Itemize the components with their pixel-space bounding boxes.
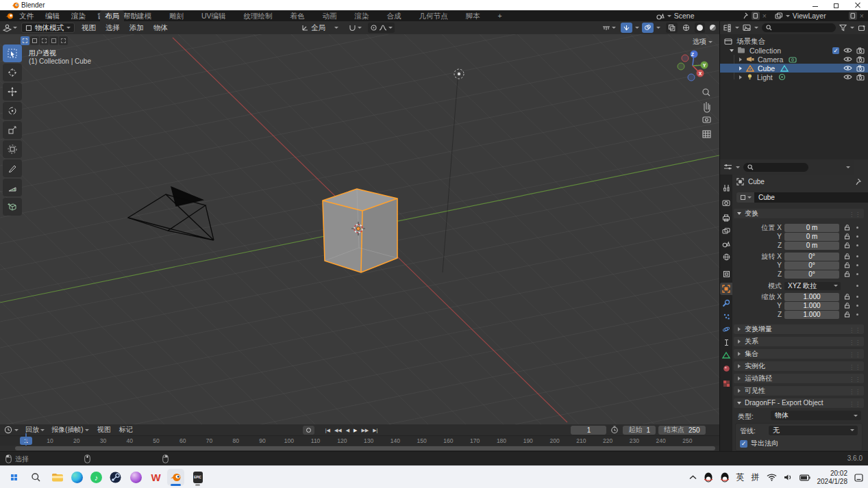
tab-particles[interactable] <box>720 310 732 322</box>
select-mode-intersect[interactable] <box>59 36 68 45</box>
menu-object[interactable]: 物体 <box>151 23 171 33</box>
light-expand-arrow[interactable] <box>739 75 742 79</box>
tab-view-layer[interactable] <box>720 224 732 237</box>
minimize-button[interactable] <box>812 2 819 9</box>
timeline-editor-type-button[interactable] <box>4 426 18 434</box>
select-mode-subtract[interactable] <box>40 36 49 45</box>
3d-viewport[interactable]: Z Y X 用户透视 (1) Collection | Cube 选项 <box>0 34 719 424</box>
outliner-row-light[interactable]: Light <box>720 73 868 81</box>
new-collection-icon[interactable] <box>858 24 866 32</box>
tab-object-data[interactable] <box>720 349 732 361</box>
section-visibility[interactable]: 可见性⋮⋮ <box>734 386 864 396</box>
tray-expand-chevron[interactable] <box>689 475 697 480</box>
lock-icon[interactable] <box>844 233 850 240</box>
field-value[interactable]: 0 m <box>784 242 839 250</box>
steam-icon[interactable] <box>107 469 124 486</box>
outliner-filter-image-icon[interactable] <box>743 24 751 31</box>
field-value[interactable]: 1.000 <box>784 293 839 301</box>
edge-browser-icon[interactable] <box>69 469 86 486</box>
hide-eye-icon[interactable] <box>843 74 852 80</box>
animate-dot[interactable] <box>856 244 858 246</box>
field-value[interactable]: 0° <box>784 261 839 270</box>
menu-marker[interactable]: 标记 <box>119 425 133 435</box>
workspace-tab-rendering[interactable]: 渲染 <box>350 10 374 21</box>
animate-dot[interactable] <box>856 313 858 316</box>
frame-start-field[interactable]: 起始 1 <box>623 426 656 435</box>
checkbox-checked[interactable]: ✓ <box>740 440 747 448</box>
light-object[interactable] <box>454 69 464 79</box>
workspace-tab-modeling[interactable]: 建模 <box>132 10 156 21</box>
animate-dot[interactable] <box>856 235 858 237</box>
current-frame-field[interactable]: 1 <box>571 426 606 435</box>
select-mode-extend[interactable] <box>30 36 39 45</box>
menu-edit[interactable]: 编辑 <box>45 10 60 21</box>
workspace-tab-animation[interactable]: 动画 <box>318 10 342 21</box>
mode-dropdown[interactable]: 物体模式 <box>21 23 75 33</box>
tab-tool[interactable] <box>720 181 732 194</box>
jump-to-end-button[interactable]: ▶| <box>371 426 379 435</box>
volume-icon[interactable] <box>784 474 793 481</box>
timeline-scrollbar[interactable] <box>15 446 715 450</box>
workspace-tab-compositing[interactable]: 合成 <box>382 10 406 21</box>
lock-icon[interactable] <box>844 271 850 277</box>
pin-icon[interactable] <box>742 12 749 19</box>
qq-icon[interactable] <box>704 472 713 483</box>
section-motion-paths[interactable]: 运动路径⋮⋮ <box>734 374 864 383</box>
render-camera-icon[interactable] <box>856 56 865 63</box>
epic-games-icon[interactable]: EPIC <box>189 469 206 486</box>
notification-center-icon[interactable] <box>854 473 864 483</box>
camera-view-icon[interactable] <box>703 117 710 123</box>
menu-playback[interactable]: 回放 <box>25 425 45 435</box>
select-mode-invert[interactable] <box>49 36 58 45</box>
editor-type-button[interactable] <box>3 24 17 32</box>
object-name-input[interactable]: Cube <box>754 192 868 203</box>
outliner-row-collection[interactable]: Collection ✓ <box>720 46 868 55</box>
gizmos-toggle[interactable] <box>621 23 632 33</box>
ortho-grid-icon[interactable] <box>703 131 710 138</box>
funnel-filter-icon[interactable] <box>839 24 847 31</box>
unlink-scene-icon[interactable]: × <box>762 12 767 20</box>
workspace-tab-uv[interactable]: UV编辑 <box>197 10 231 21</box>
start-button[interactable] <box>5 469 23 486</box>
workspace-tab-geometry-nodes[interactable]: 几何节点 <box>414 10 453 21</box>
dragonff-pipeline-dropdown[interactable]: 无 <box>769 426 858 435</box>
tab-modifiers[interactable] <box>720 297 732 309</box>
proportional-edit-toggle[interactable] <box>368 23 395 33</box>
render-camera-icon[interactable] <box>856 65 865 72</box>
outliner-row-cube[interactable]: Cube <box>720 64 868 73</box>
animate-dot[interactable] <box>856 227 858 229</box>
hide-eye-icon[interactable] <box>843 56 852 62</box>
gizmos-dropdown-chevron[interactable] <box>635 27 639 29</box>
outliner-row-scene-collection[interactable]: 场景集合 <box>720 37 868 46</box>
prev-keyframe-button[interactable]: ◀◀ <box>333 426 343 435</box>
render-camera-icon[interactable] <box>856 47 865 54</box>
play-button[interactable]: ▶ <box>352 426 358 435</box>
camera-object[interactable] <box>128 187 214 240</box>
wifi-icon[interactable] <box>767 474 777 481</box>
qq-music-icon[interactable]: ♪ <box>88 469 105 486</box>
workspace-tab-scripting[interactable]: 脚本 <box>461 10 485 21</box>
tab-world[interactable] <box>720 251 732 263</box>
outliner-search-input[interactable] <box>762 23 836 32</box>
render-camera-icon[interactable] <box>856 74 865 81</box>
menu-add[interactable]: 添加 <box>127 23 147 33</box>
field-value[interactable]: 0 m <box>784 224 839 232</box>
section-relations[interactable]: 关系⋮⋮ <box>734 337 864 346</box>
pin-icon[interactable] <box>854 178 862 185</box>
collection-checkbox[interactable]: ✓ <box>832 47 839 54</box>
outliner-filter-chevron[interactable] <box>754 27 758 29</box>
timeline-ruler[interactable]: 1020304050607080901001101201301401501601… <box>0 435 719 446</box>
tool-measure[interactable] <box>3 179 22 196</box>
viewlayer-name-field[interactable]: ViewLayer <box>793 12 846 20</box>
viewlayer-browse-chevron[interactable] <box>786 15 790 17</box>
tab-material[interactable] <box>720 362 732 374</box>
maximize-button[interactable] <box>833 2 840 9</box>
tool-cursor[interactable] <box>3 64 22 81</box>
tool-scale[interactable] <box>3 121 22 139</box>
menu-file[interactable]: 文件 <box>19 10 34 21</box>
filter-dropdown-chevron[interactable] <box>850 27 854 29</box>
section-dragonff[interactable]: DragonFF - Export Object⋮⋮ <box>734 398 864 408</box>
viewport-options-button[interactable]: 选项 <box>693 37 712 47</box>
tab-constraints[interactable] <box>720 336 732 348</box>
outliner-editor-icon[interactable] <box>723 24 732 32</box>
